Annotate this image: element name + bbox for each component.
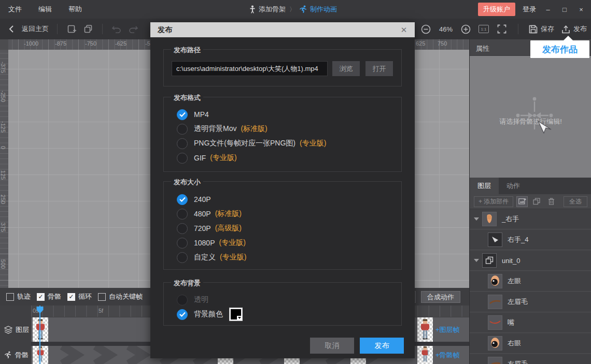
add-bone-frame-button[interactable]: +骨骼帧	[435, 351, 469, 360]
menu-edit[interactable]: 编辑	[30, 0, 60, 19]
h-ruler-label: 750	[438, 40, 447, 47]
layers-icon	[4, 326, 12, 334]
layer-row-right-brow[interactable]: 右眉毛	[470, 354, 591, 364]
radio-icon[interactable]	[177, 238, 188, 249]
radio-checked-icon[interactable]	[177, 109, 188, 120]
size-option-480p[interactable]: 480P (标准版)	[177, 208, 242, 220]
size-option-custom[interactable]: 自定义 (专业版)	[177, 252, 246, 263]
maximize-icon[interactable]: □	[560, 6, 569, 13]
size-option-720p[interactable]: 720P (高级版)	[177, 223, 242, 234]
h-ruler-label: -625	[115, 40, 126, 47]
layer-row-left-brow[interactable]: 左眉毛	[470, 292, 591, 312]
minimize-icon[interactable]: –	[543, 6, 553, 13]
checkbox-box[interactable]: ✓	[37, 293, 45, 301]
layer-row-right-hand-group[interactable]: _右手	[470, 209, 591, 229]
publish-path-section: 发布路径 浏览 打开	[163, 49, 402, 86]
back-chevron-icon[interactable]	[5, 23, 17, 35]
radio-icon[interactable]	[177, 153, 188, 164]
checkbox-box[interactable]: ✓	[67, 293, 75, 301]
layer-row-unit-0[interactable]: unit_0	[470, 251, 591, 271]
publish-path-input[interactable]	[172, 61, 328, 76]
trash-icon[interactable]	[545, 196, 557, 207]
dialog-close-icon[interactable]: ✕	[398, 22, 410, 37]
keyframe-thumbnail[interactable]	[33, 317, 48, 342]
menu-help[interactable]: 帮助	[60, 0, 90, 19]
dialog-title-bar[interactable]: 发布 ✕	[150, 22, 415, 37]
unit-group-icon	[482, 253, 497, 268]
duplicate-icon[interactable]	[82, 23, 94, 35]
layer-row-mouth[interactable]: 嘴	[470, 313, 591, 333]
menu-file[interactable]: 文件	[0, 0, 30, 19]
layer-row-right-hand-4[interactable]: 右手_4	[470, 230, 591, 250]
tab-layers[interactable]: 图层	[470, 178, 499, 194]
playhead-handle[interactable]	[36, 306, 44, 314]
format-option-png[interactable]: PNG文件(每帧对应一张PNG图) (专业版)	[177, 138, 326, 149]
zoom-in-icon[interactable]	[460, 23, 471, 35]
redo-icon[interactable]	[128, 23, 139, 35]
layer-name: 右眉毛	[508, 359, 528, 364]
new-file-icon[interactable]	[66, 23, 77, 35]
close-icon[interactable]: ×	[576, 6, 586, 13]
checkbox-trajectory[interactable]: 轨迹	[6, 292, 31, 301]
login-button[interactable]: 登录	[523, 5, 536, 14]
radio-icon[interactable]	[177, 223, 188, 234]
format-option-gif[interactable]: GIF (专业版)	[177, 152, 237, 164]
radio-checked-icon[interactable]	[177, 194, 188, 205]
open-button[interactable]: 打开	[365, 61, 393, 76]
select-all-button[interactable]: 全选	[564, 196, 587, 207]
collapse-caret-icon[interactable]	[474, 217, 479, 221]
background-option-color[interactable]: 背景颜色	[177, 309, 243, 320]
checkbox-auto-keyframe[interactable]: 自动关键帧	[98, 292, 143, 301]
add-layer-frame-button[interactable]: +图层帧	[435, 325, 469, 334]
background-option-transparent: 透明	[177, 294, 208, 305]
keyframe-thumbnail[interactable]	[417, 317, 433, 342]
radio-icon[interactable]	[177, 209, 188, 220]
radio-icon[interactable]	[177, 124, 188, 135]
publish-background-section: 发布背景 透明 背景颜色	[163, 282, 402, 326]
image-export-icon[interactable]	[516, 196, 528, 207]
keyframe-thumbnail[interactable]	[33, 346, 48, 364]
compose-action-button[interactable]: 合成动作	[421, 291, 460, 303]
checkbox-box[interactable]	[98, 293, 106, 301]
section-legend: 发布路径	[171, 46, 203, 55]
swatch-dropdown-icon	[237, 316, 242, 320]
checkbox-skeleton[interactable]: ✓ 骨骼	[37, 292, 61, 301]
radio-checked-icon[interactable]	[177, 309, 188, 320]
browse-button[interactable]: 浏览	[332, 61, 360, 76]
keyframe-thumbnail[interactable]	[417, 346, 433, 364]
v-ruler-label: 375	[0, 217, 6, 238]
breadcrumb-make-animation[interactable]: 制作动画	[299, 5, 337, 14]
save-button[interactable]: 保存	[529, 24, 554, 34]
v-ruler-label: 125	[0, 165, 6, 185]
size-option-240p[interactable]: 240P	[177, 194, 211, 205]
add-part-button[interactable]: + 添加部件	[474, 196, 513, 207]
undo-icon[interactable]	[111, 23, 122, 35]
layer-toolbar: + 添加部件 全选	[470, 194, 591, 209]
confirm-publish-button[interactable]: 发布	[360, 338, 404, 354]
format-option-mp4[interactable]: MP4	[177, 109, 209, 120]
size-option-1080p[interactable]: 1080P (专业版)	[177, 237, 246, 249]
publish-button[interactable]: 发布	[561, 24, 587, 34]
checkbox-box[interactable]	[6, 293, 14, 301]
breadcrumb-add-skeleton[interactable]: 添加骨架	[249, 5, 286, 14]
radio-icon[interactable]	[177, 252, 188, 263]
background-color-swatch[interactable]	[229, 308, 243, 321]
layer-name: 右眼	[508, 339, 521, 348]
actual-size-icon[interactable]: 1:1	[479, 25, 489, 33]
radio-icon[interactable]	[177, 138, 188, 149]
publish-format-section: 发布格式 MP4 透明背景Mov (标准版) PNG文件(每帧对应一张PNG图)…	[163, 97, 402, 172]
zoom-out-icon[interactable]	[420, 23, 432, 35]
back-home-button[interactable]: 返回主页	[22, 24, 49, 34]
menu-bar: 文件 编辑 帮助 添加骨架 〉 制作动画 升级账户 登录 – □ ×	[0, 0, 591, 19]
layer-row-right-eye[interactable]: 右眼	[470, 333, 591, 354]
upgrade-account-button[interactable]: 升级账户	[478, 3, 515, 16]
checkbox-loop[interactable]: ✓ 循环	[67, 292, 92, 301]
v-ruler-label: -125	[0, 117, 6, 137]
layer-row-left-eye[interactable]: 左眼	[470, 271, 591, 292]
fullscreen-icon[interactable]	[496, 23, 508, 35]
collapse-caret-icon[interactable]	[474, 259, 479, 262]
format-option-mov[interactable]: 透明背景Mov (标准版)	[177, 123, 268, 135]
cancel-button[interactable]: 取消	[310, 338, 354, 354]
copy-layer-icon[interactable]	[531, 196, 542, 207]
tab-actions[interactable]: 动作	[499, 178, 528, 194]
